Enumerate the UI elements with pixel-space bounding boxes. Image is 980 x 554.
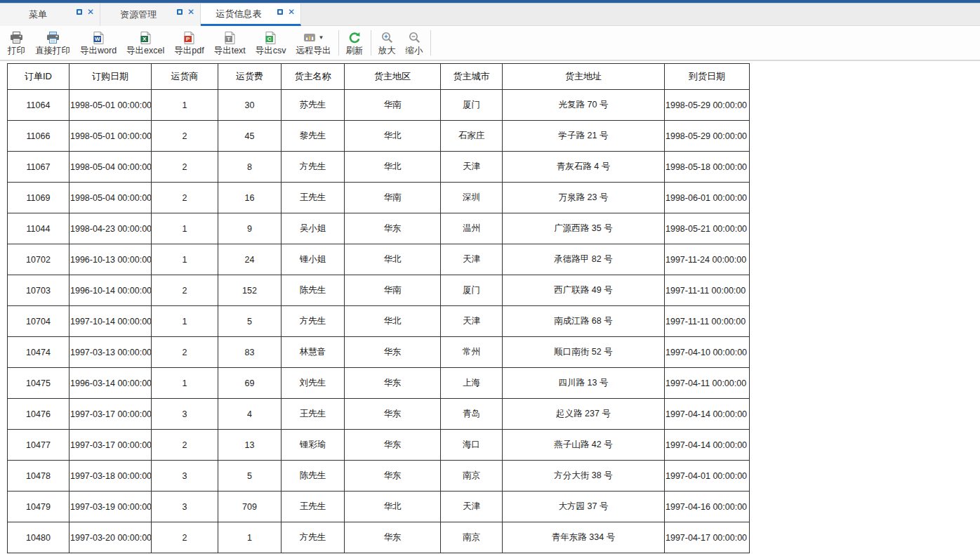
refresh-icon: [348, 31, 362, 45]
table-cell: 9: [218, 213, 282, 244]
table-cell: 11067: [8, 152, 69, 183]
table-cell: 11069: [8, 183, 69, 213]
table-cell: 石家庄: [441, 121, 503, 152]
table-cell: 1998-05-01 00:00:00: [69, 90, 152, 121]
svg-text:T: T: [227, 36, 230, 42]
column-header: 货主地区: [345, 64, 441, 90]
svg-text:P: P: [186, 36, 190, 42]
table-cell: 上海: [441, 368, 503, 399]
tab-label: 资源管理: [120, 8, 157, 21]
table-row[interactable]: 110641998-05-01 00:00:00130苏先生华南厦门光复路 70…: [8, 90, 750, 121]
table-cell: 1: [152, 306, 218, 337]
zoom-in-button[interactable]: 放大: [373, 27, 401, 59]
table-cell: 4: [218, 399, 282, 430]
table-row[interactable]: 110441998-04-23 00:00:0019吴小姐华东温州广源西路 35…: [8, 213, 750, 244]
column-header: 货主名称: [282, 64, 345, 90]
table-row[interactable]: 104761997-03-17 00:00:0034王先生华东青岛起义路 237…: [8, 399, 750, 430]
column-header: 运货费: [218, 64, 282, 90]
table-cell: 南京: [441, 522, 503, 553]
close-icon[interactable]: ✕: [288, 8, 295, 15]
table-cell: 广源西路 35 号: [503, 213, 665, 244]
table-cell: 顺口南街 52 号: [503, 337, 665, 368]
table-cell: 学子路 21 号: [503, 121, 665, 152]
table-cell: 天津: [441, 306, 503, 337]
table-cell: 常州: [441, 337, 503, 368]
dropdown-arrow-icon: ▼: [319, 34, 324, 41]
column-header: 货主地址: [503, 64, 665, 90]
table-cell: 1996-03-14 00:00:00: [69, 368, 152, 399]
table-cell: 1997-04-14 00:00:00: [665, 430, 750, 461]
export-excel-button[interactable]: X导出excel: [121, 27, 169, 59]
table-cell: 83: [218, 337, 282, 368]
refresh-button[interactable]: 刷新: [341, 27, 369, 59]
export-pdf-button[interactable]: P导出pdf: [169, 27, 208, 59]
table-cell: 1: [152, 368, 218, 399]
table-cell: 陈先生: [282, 461, 345, 492]
table-row[interactable]: 104791997-03-19 00:00:003709王先生华北天津大方园 3…: [8, 492, 750, 522]
column-header: 运货商: [152, 64, 218, 90]
table-row[interactable]: 104801997-03-20 00:00:0021方先生华东南京青年东路 33…: [8, 522, 750, 553]
zoom-out-button[interactable]: 缩小: [401, 27, 428, 59]
table-row[interactable]: 104771997-03-17 00:00:00213锺彩瑜华东海口燕子山路 4…: [8, 430, 750, 461]
table-cell: 30: [218, 90, 282, 121]
table-cell: 1998-04-23 00:00:00: [69, 213, 152, 244]
tab-resource-management[interactable]: 资源管理✕: [100, 4, 201, 26]
table-cell: 1998-05-04 00:00:00: [69, 152, 152, 183]
table-cell: 10474: [8, 337, 69, 368]
shipping-info-table: 订单ID订购日期运货商运货费货主名称货主地区货主城市货主地址到货日期 11064…: [7, 63, 750, 553]
table-cell: 天津: [441, 152, 503, 183]
maximize-icon[interactable]: [77, 9, 82, 15]
maximize-icon[interactable]: [277, 9, 283, 15]
table-row[interactable]: 104741997-03-13 00:00:00283林慧音华东常州顺口南街 5…: [8, 337, 750, 368]
table-cell: 华东: [345, 430, 441, 461]
zoom-in-icon: [381, 31, 393, 45]
table-row[interactable]: 104781997-03-18 00:00:0035陈先生华东南京方分大街 38…: [8, 461, 750, 492]
table-row[interactable]: 110691998-05-04 00:00:00216王先生华南深圳万泉路 23…: [8, 183, 750, 213]
print-button[interactable]: 打印: [3, 27, 30, 59]
close-icon[interactable]: ✕: [87, 8, 94, 15]
table-row[interactable]: 110661998-05-01 00:00:00245黎先生华北石家庄学子路 2…: [8, 121, 750, 152]
table-cell: 大方园 37 号: [503, 492, 665, 522]
table-cell: 69: [218, 368, 282, 399]
table-row[interactable]: 107031996-10-14 00:00:002152陈先生华南厦门西广联路 …: [8, 275, 750, 306]
table-cell: 2: [152, 337, 218, 368]
table-cell: 3: [152, 399, 218, 430]
table-cell: 2: [152, 183, 218, 213]
table-cell: 1997-04-11 00:00:00: [665, 368, 750, 399]
table-row[interactable]: 107041997-10-14 00:00:0015方先生华北天津南成江路 68…: [8, 306, 750, 337]
tab-controls: ✕: [277, 8, 295, 15]
svg-text:W: W: [95, 36, 100, 42]
printer-icon: [10, 31, 23, 45]
table-cell: 16: [218, 183, 282, 213]
close-icon[interactable]: ✕: [187, 8, 194, 15]
table-cell: 11064: [8, 90, 69, 121]
table-cell: 华东: [345, 213, 441, 244]
table-cell: 10480: [8, 522, 69, 553]
table-cell: 青岛: [441, 399, 503, 430]
table-cell: 1998-05-04 00:00:00: [69, 183, 152, 213]
direct-print-button[interactable]: 直接打印: [30, 27, 75, 59]
toolbar-button-label: 放大: [378, 46, 396, 55]
table-cell: 1996-10-14 00:00:00: [69, 275, 152, 306]
export-csv-button[interactable]: C导出csv: [251, 27, 291, 59]
table-cell: 锺彩瑜: [282, 430, 345, 461]
table-cell: 152: [218, 275, 282, 306]
table-row[interactable]: 107021996-10-13 00:00:00124锺小姐华北天津承德路甲 8…: [8, 244, 750, 275]
tab-menu[interactable]: 菜单✕: [0, 4, 100, 26]
export-word-button[interactable]: W导出word: [75, 27, 121, 59]
table-cell: 10475: [8, 368, 69, 399]
tab-shipping-info-table[interactable]: 运货信息表✕: [201, 4, 301, 26]
maximize-icon[interactable]: [177, 9, 183, 15]
table-row[interactable]: 110671998-05-04 00:00:0028方先生华北天津青灰石路 4 …: [8, 152, 750, 183]
table-cell: 1998-05-21 00:00:00: [665, 213, 750, 244]
remote-export-button[interactable]: ▼远程导出: [291, 27, 336, 59]
table-cell: 1: [152, 213, 218, 244]
zoom-out-icon: [409, 31, 421, 45]
table-cell: 1997-03-20 00:00:00: [69, 522, 152, 553]
export-text-button[interactable]: T导出text: [209, 27, 251, 59]
table-cell: 华东: [345, 522, 441, 553]
table-cell: 2: [152, 152, 218, 183]
tab-controls: ✕: [177, 8, 194, 15]
remote-export-icon: ▼: [303, 31, 324, 45]
table-row[interactable]: 104751996-03-14 00:00:00169刘先生华东上海四川路 13…: [8, 368, 750, 399]
